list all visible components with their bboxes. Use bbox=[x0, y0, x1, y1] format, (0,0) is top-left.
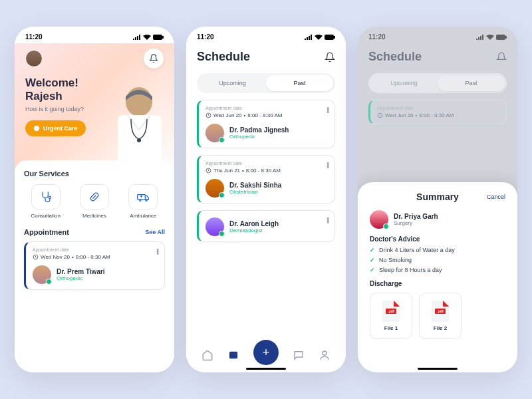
nav-chat[interactable] bbox=[293, 349, 305, 361]
status-time: 11:20 bbox=[25, 33, 43, 41]
status-indicators bbox=[133, 35, 164, 40]
svg-rect-22 bbox=[496, 35, 505, 40]
stethoscope-icon bbox=[39, 190, 53, 203]
status-bar: 11:20 bbox=[15, 27, 174, 43]
appointment-card[interactable]: Appointment date Wed Nov 20•8:00 - 8:30 … bbox=[24, 241, 165, 290]
wifi-icon bbox=[315, 35, 323, 40]
urgent-icon bbox=[33, 125, 40, 132]
svg-rect-16 bbox=[325, 35, 334, 40]
wifi-icon bbox=[143, 35, 151, 40]
svg-rect-20 bbox=[229, 352, 237, 359]
advice-item: ✓Sleep for 8 Hours a day bbox=[370, 267, 505, 273]
svg-point-2 bbox=[34, 126, 39, 131]
appointment-title: Appointment bbox=[24, 228, 69, 236]
status-time: 11:20 bbox=[368, 33, 386, 41]
summary-sheet: Summary Cancel Dr. Priya GarhSurgery Doc… bbox=[358, 182, 517, 372]
home-indicator bbox=[418, 368, 458, 370]
notifications-button[interactable] bbox=[144, 49, 164, 68]
battery-icon bbox=[325, 35, 335, 40]
urgent-care-button[interactable]: Urgent Care bbox=[25, 120, 86, 136]
home-icon bbox=[201, 349, 213, 361]
appointment-card[interactable]: ••• Dr. Aaron LeighDermatologist bbox=[197, 210, 335, 242]
pdf-icon: .pdf bbox=[382, 301, 400, 322]
svg-point-11 bbox=[146, 200, 148, 201]
svg-rect-23 bbox=[505, 36, 507, 39]
file-item[interactable]: .pdf File 2 bbox=[419, 293, 462, 339]
schedule-screen: 11:20 Schedule Upcoming Past Appointment… bbox=[186, 27, 346, 372]
battery-icon bbox=[496, 35, 507, 40]
signal-icon bbox=[476, 35, 484, 40]
schedule-title: Schedule bbox=[197, 50, 250, 64]
doctor-avatar bbox=[33, 265, 51, 284]
summary-title: Summary bbox=[416, 192, 459, 202]
doctor-avatar bbox=[370, 210, 388, 229]
schedule-list: Appointment date Wed Jun 20•8:00 - 8:30 … bbox=[186, 100, 346, 242]
more-icon[interactable]: ••• bbox=[327, 162, 329, 168]
svg-point-6 bbox=[49, 196, 51, 198]
hero-section: Welcome!Rajesh How is it going today? Ur… bbox=[15, 43, 174, 170]
clock-icon bbox=[33, 254, 39, 260]
summary-screen: 11:20 Schedule UpcomingPast Appointment … bbox=[358, 27, 517, 372]
doctor-illustration bbox=[98, 76, 174, 170]
see-all-link[interactable]: See All bbox=[145, 229, 165, 235]
tab-past[interactable]: Past bbox=[266, 75, 333, 91]
pdf-icon: .pdf bbox=[432, 301, 449, 322]
service-consultation[interactable]: Consultation bbox=[24, 184, 67, 219]
svg-point-21 bbox=[323, 351, 327, 355]
advice-item: ✓No Smoking bbox=[370, 257, 505, 263]
discharge-title: Discharge bbox=[370, 280, 505, 287]
service-medicines[interactable]: Medicines bbox=[72, 184, 116, 219]
home-indicator bbox=[246, 368, 286, 370]
appointment-time: Wed Nov 20•8:00 - 8:30 AM bbox=[33, 254, 158, 260]
bell-icon bbox=[149, 54, 158, 63]
svg-point-5 bbox=[137, 138, 141, 142]
tab-upcoming[interactable]: Upcoming bbox=[199, 75, 266, 91]
status-bar: 11:20 bbox=[358, 27, 517, 43]
more-icon[interactable]: ••• bbox=[156, 249, 159, 255]
file-item[interactable]: .pdf File 1 bbox=[370, 293, 412, 339]
ambulance-icon bbox=[136, 190, 150, 203]
svg-point-10 bbox=[140, 200, 142, 201]
fab-add[interactable]: + bbox=[253, 340, 279, 365]
cancel-button[interactable]: Cancel bbox=[487, 194, 505, 200]
status-indicators bbox=[305, 35, 335, 40]
bell-icon[interactable] bbox=[325, 52, 335, 63]
status-bar: 11:20 bbox=[186, 27, 346, 43]
user-avatar[interactable] bbox=[25, 50, 43, 67]
appointment-card[interactable]: Appointment date Thu Jun 21•8:00 - 8:30 … bbox=[197, 155, 335, 203]
appointment-card[interactable]: Appointment date Wed Jun 20•8:00 - 8:30 … bbox=[197, 100, 335, 148]
clock-icon bbox=[205, 168, 211, 174]
nav-home[interactable] bbox=[201, 349, 213, 361]
notes-icon bbox=[227, 349, 239, 361]
doctor-avatar bbox=[205, 179, 224, 198]
nav-notes[interactable] bbox=[227, 349, 239, 361]
check-icon: ✓ bbox=[370, 257, 375, 263]
bell-icon bbox=[496, 52, 507, 63]
advice-title: Doctor's Advice bbox=[370, 235, 505, 243]
doctor-avatar bbox=[205, 217, 224, 236]
signal-icon bbox=[133, 35, 141, 40]
pill-icon bbox=[88, 190, 101, 203]
battery-icon bbox=[153, 35, 164, 40]
chat-icon bbox=[293, 349, 305, 361]
home-screen: 11:20 Welcome!Rajesh How is it going tod… bbox=[15, 27, 174, 372]
clock-icon bbox=[205, 112, 211, 118]
nav-profile[interactable] bbox=[319, 349, 331, 361]
status-time: 11:20 bbox=[197, 33, 214, 41]
content-card: Our Services Consultation Medicines Ambu… bbox=[15, 160, 174, 372]
service-ambulance[interactable]: Ambulance bbox=[122, 184, 165, 219]
schedule-tabs: Upcoming Past bbox=[197, 73, 335, 93]
check-icon: ✓ bbox=[370, 247, 375, 253]
svg-rect-1 bbox=[162, 36, 164, 39]
doctor-avatar bbox=[205, 124, 224, 142]
wifi-icon bbox=[486, 35, 494, 40]
svg-rect-0 bbox=[153, 35, 162, 40]
more-icon[interactable]: ••• bbox=[327, 217, 329, 223]
profile-icon bbox=[319, 349, 331, 361]
advice-item: ✓Drink 4 Liters of Water a day bbox=[370, 247, 505, 253]
check-icon: ✓ bbox=[370, 267, 375, 273]
svg-line-8 bbox=[92, 196, 96, 199]
services-title: Our Services bbox=[24, 170, 165, 178]
more-icon[interactable]: ••• bbox=[327, 107, 329, 113]
svg-rect-17 bbox=[334, 36, 335, 39]
